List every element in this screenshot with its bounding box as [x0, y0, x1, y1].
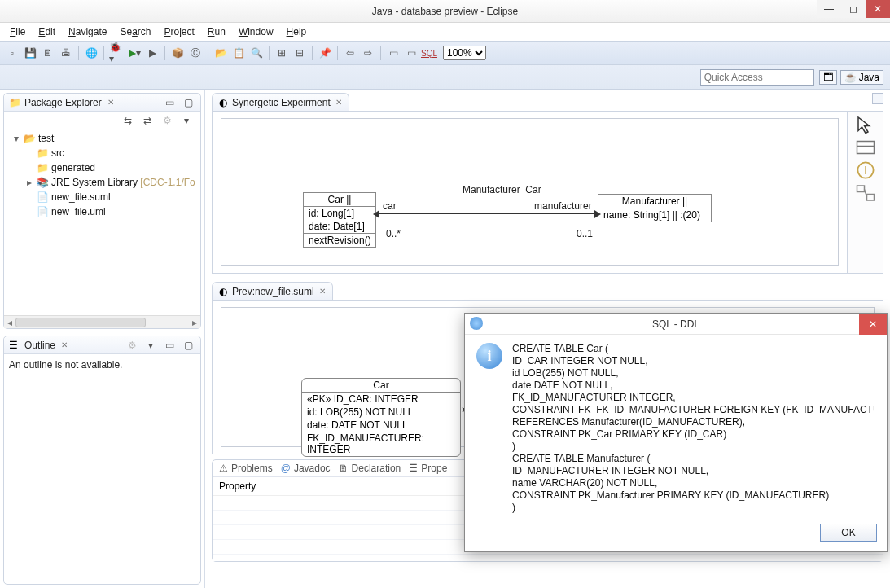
menu-file[interactable]: File: [5, 24, 30, 39]
open-task-icon[interactable]: 📋: [231, 46, 246, 60]
outline-icon: ☰: [9, 340, 20, 351]
diagram2-icon[interactable]: ▭: [404, 46, 419, 60]
tab-problems[interactable]: ⚠Problems: [219, 463, 273, 474]
java-perspective-button[interactable]: ☕Java: [840, 70, 883, 85]
dialog-titlebar[interactable]: SQL - DDL ✕: [465, 314, 887, 335]
tree-item[interactable]: 📄new_file.suml: [9, 190, 197, 204]
tree-expander-icon[interactable]: ▸: [25, 177, 33, 188]
open-type-icon[interactable]: 📂: [213, 46, 228, 60]
dialog-close-button[interactable]: ✕: [859, 314, 887, 335]
tree-item[interactable]: ▾📂test: [9, 131, 197, 146]
link-editor-icon[interactable]: ⇄: [140, 113, 155, 128]
print-icon[interactable]: 🖶: [59, 46, 73, 60]
filter-icon[interactable]: ⚙: [160, 113, 174, 128]
tree-expander-icon[interactable]: ▾: [12, 133, 20, 144]
tree-item-label: new_file.uml: [51, 206, 106, 217]
open-perspective-button[interactable]: 🗔: [819, 70, 837, 85]
dialog-message: CREATE TABLE Car ( ID_CAR INTEGER NOT NU…: [512, 343, 874, 514]
menu-run[interactable]: Run: [203, 24, 230, 39]
javadoc-icon: @: [281, 463, 291, 474]
window-minimize-button[interactable]: —: [817, 0, 841, 18]
tree-item[interactable]: ▸📚JRE System Library [CDC-1.1/Fo: [9, 175, 197, 190]
project-icon: 📂: [24, 133, 35, 144]
quick-access-input[interactable]: [700, 69, 814, 86]
back-icon[interactable]: ⇦: [343, 46, 357, 60]
close-tab-icon[interactable]: ✕: [319, 287, 326, 296]
tab-properties[interactable]: ☰Prope: [409, 463, 447, 474]
pin-icon[interactable]: 📌: [318, 46, 332, 60]
menu-project[interactable]: Project: [159, 24, 199, 39]
close-view-icon[interactable]: ✕: [61, 340, 68, 349]
window-maximize-button[interactable]: ◻: [841, 0, 866, 18]
info-icon: i: [476, 343, 502, 369]
new-icon[interactable]: ▫: [5, 46, 20, 60]
run-icon[interactable]: ▶▾: [127, 46, 142, 60]
association-line[interactable]: [377, 213, 597, 214]
view-menu-icon[interactable]: ▾: [143, 338, 158, 353]
java-icon: ☕: [844, 72, 857, 83]
view-menu-icon[interactable]: ▾: [179, 113, 194, 128]
ok-button[interactable]: OK: [820, 524, 877, 542]
tab-javadoc[interactable]: @Javadoc: [281, 463, 331, 474]
menu-edit[interactable]: Edit: [33, 24, 60, 39]
horizontal-scrollbar[interactable]: ◂▸: [4, 315, 200, 328]
outline-action-icon[interactable]: ⚙: [125, 338, 139, 353]
view-min-icon[interactable]: ▭: [162, 95, 177, 110]
view-max-icon[interactable]: ▢: [181, 338, 195, 353]
file-icon: 📄: [37, 191, 48, 203]
palette-info-icon[interactable]: I: [856, 162, 875, 178]
diagram-icon[interactable]: ▭: [386, 46, 401, 60]
new-package-icon[interactable]: 📦: [170, 46, 185, 60]
package-explorer-icon: 📁: [9, 97, 20, 108]
menu-help[interactable]: Help: [282, 24, 312, 39]
tab-declaration[interactable]: 🗎Declaration: [339, 463, 401, 474]
palette-table-icon[interactable]: [856, 185, 875, 201]
forward-icon[interactable]: ⇨: [361, 46, 375, 60]
uml-class-car[interactable]: Car || id: Long[1] date: Date[1] nextRev…: [303, 192, 376, 248]
editor-minimize-icon[interactable]: [872, 93, 883, 104]
sql-icon[interactable]: SQL: [422, 46, 436, 60]
toggle-icon[interactable]: ⊞: [274, 46, 289, 60]
quick-access-bar: 🗔 ☕Java: [0, 65, 890, 90]
window-close-button[interactable]: ✕: [866, 0, 890, 18]
tree-item-label: new_file.suml: [51, 191, 111, 203]
palette-class-icon[interactable]: [856, 139, 875, 156]
tree-item-label: JRE System Library [CDC-1.1/Fo: [51, 177, 195, 188]
zoom-select[interactable]: 100%: [443, 46, 486, 60]
globe-icon[interactable]: 🌐: [84, 46, 99, 60]
tree-item-label: generated: [51, 162, 95, 173]
close-tab-icon[interactable]: ✕: [335, 98, 342, 107]
window-title: Java - database preview - Eclipse: [372, 6, 518, 17]
save-icon[interactable]: 💾: [23, 46, 37, 60]
editor-tab-preview[interactable]: ◐ Prev:new_file.suml ✕: [212, 282, 333, 300]
folder-gen-icon: 📁: [37, 162, 48, 173]
search-icon[interactable]: 🔍: [249, 46, 264, 60]
collapse-all-icon[interactable]: ⇆: [121, 113, 135, 128]
package-tree[interactable]: ▾📂test📁src📁generated▸📚JRE System Library…: [4, 128, 200, 315]
tree-item[interactable]: 📁src: [9, 146, 197, 160]
view-max-icon[interactable]: ▢: [181, 95, 195, 110]
view-min-icon[interactable]: ▭: [162, 338, 177, 353]
folder-src-icon: 📁: [37, 147, 48, 159]
debug-icon[interactable]: 🐞▾: [109, 46, 124, 60]
close-view-icon[interactable]: ✕: [107, 98, 114, 107]
arrowhead-right-icon: [594, 210, 601, 218]
tree-item[interactable]: 📄new_file.uml: [9, 204, 197, 219]
menu-navigate[interactable]: Navigate: [64, 24, 112, 39]
dialog-title: SQL - DDL: [652, 318, 699, 330]
svg-text:I: I: [864, 164, 867, 177]
uml-class-manufacturer[interactable]: Manufacturer || name: String[1] || :(20): [598, 194, 712, 222]
diagram-editor-a[interactable]: Car || id: Long[1] date: Date[1] nextRev…: [212, 111, 883, 274]
palette-select-icon[interactable]: [856, 116, 875, 133]
new-class-icon[interactable]: Ⓒ: [188, 46, 203, 60]
run-last-icon[interactable]: ▶: [145, 46, 160, 60]
svg-rect-4: [857, 186, 864, 192]
editor-tab-synergetic[interactable]: ◐ Synergetic Expeirment ✕: [212, 93, 349, 111]
tree-item[interactable]: 📁generated: [9, 160, 197, 175]
svg-rect-5: [866, 195, 874, 201]
table-car[interactable]: Car «PK» ID_CAR: INTEGER id: LOB(255) NO…: [301, 378, 461, 457]
menu-search[interactable]: Search: [115, 24, 156, 39]
toggle2-icon[interactable]: ⊟: [292, 46, 307, 60]
menu-window[interactable]: Window: [234, 24, 278, 39]
save-all-icon[interactable]: 🗎: [41, 46, 55, 60]
